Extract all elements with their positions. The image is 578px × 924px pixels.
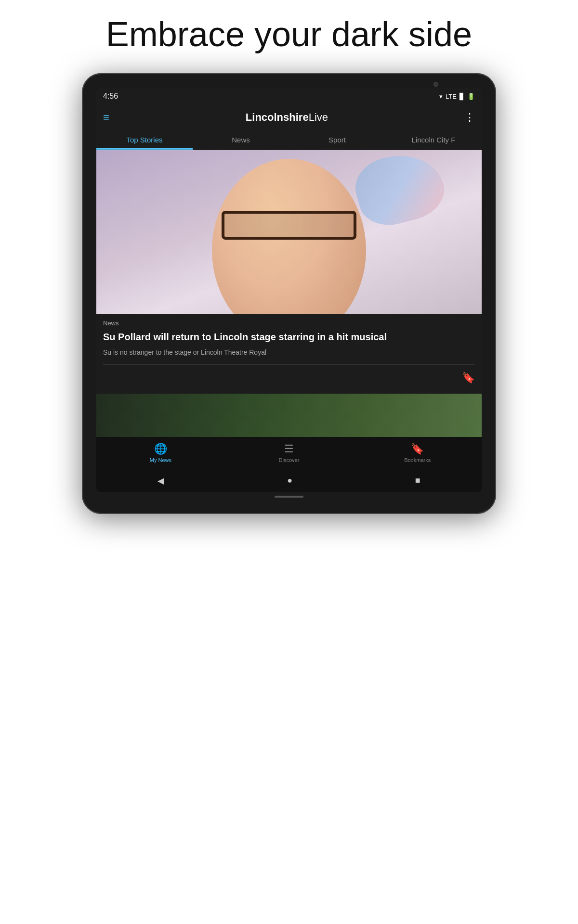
article-section: News Su Pollard will return to Lincoln s… [96,314,482,394]
nav-item-discover[interactable]: ☰ Discover [225,443,354,463]
wifi-icon: ▾ [439,93,443,100]
more-icon[interactable]: ⋮ [464,111,475,124]
bookmarks-label: Bookmarks [404,457,431,463]
page-headline: Embrace your dark side [0,0,578,73]
tabs-bar: Top Stories News Sport Lincoln City F [96,130,482,150]
tab-sport[interactable]: Sport [289,130,385,150]
article-divider [103,364,475,365]
glasses-decoration [222,211,356,240]
article-title[interactable]: Su Pollard will return to Lincoln stage … [103,331,475,343]
bookmark-icon[interactable]: 🔖 [462,372,475,384]
article-category: News [103,320,475,327]
content-area: News Su Pollard will return to Lincoln s… [96,150,482,437]
app-title-part1: Lincolnshire [246,111,309,123]
battery-icon: 🔋 [467,93,475,100]
android-home-button[interactable]: ● [287,475,292,486]
android-back-button[interactable]: ◀ [158,475,164,486]
nav-item-my-news[interactable]: 🌐 My News [96,443,225,463]
second-article-overlay [96,394,482,437]
app-title-part2: Live [309,111,328,123]
hamburger-icon[interactable]: ≡ [103,111,109,124]
status-bar: 4:56 ▾ LTE ▊ 🔋 [96,88,482,105]
discover-icon: ☰ [284,443,294,455]
app-title: LincolnshireLive [246,111,328,124]
hero-image [96,150,482,314]
bookmarks-icon: 🔖 [411,443,424,455]
tab-news[interactable]: News [193,130,289,150]
article-subtitle: Su is no stranger to the stage or Lincol… [103,348,475,358]
camera [434,82,438,87]
signal-label: LTE [446,93,457,100]
my-news-icon: 🌐 [154,443,167,455]
android-recent-button[interactable]: ■ [415,475,420,486]
status-icons: ▾ LTE ▊ 🔋 [439,93,475,100]
discover-label: Discover [279,457,300,463]
android-nav-bar: ◀ ● ■ [96,471,482,492]
my-news-label: My News [150,457,171,463]
bookmark-row: 🔖 [103,370,475,388]
bottom-nav: 🌐 My News ☰ Discover 🔖 Bookmarks [96,437,482,471]
home-indicator [275,496,303,498]
status-time: 4:56 [103,92,118,101]
tab-lincoln-city[interactable]: Lincoln City F [385,130,482,150]
screen: 4:56 ▾ LTE ▊ 🔋 ≡ LincolnshireLive ⋮ Top … [96,88,482,492]
signal-bars-icon: ▊ [460,93,464,100]
second-article-thumbnail[interactable] [96,394,482,437]
app-header: ≡ LincolnshireLive ⋮ [96,105,482,130]
tablet-shell: 4:56 ▾ LTE ▊ 🔋 ≡ LincolnshireLive ⋮ Top … [82,73,496,514]
tab-top-stories[interactable]: Top Stories [96,130,193,150]
nav-item-bookmarks[interactable]: 🔖 Bookmarks [353,443,482,463]
